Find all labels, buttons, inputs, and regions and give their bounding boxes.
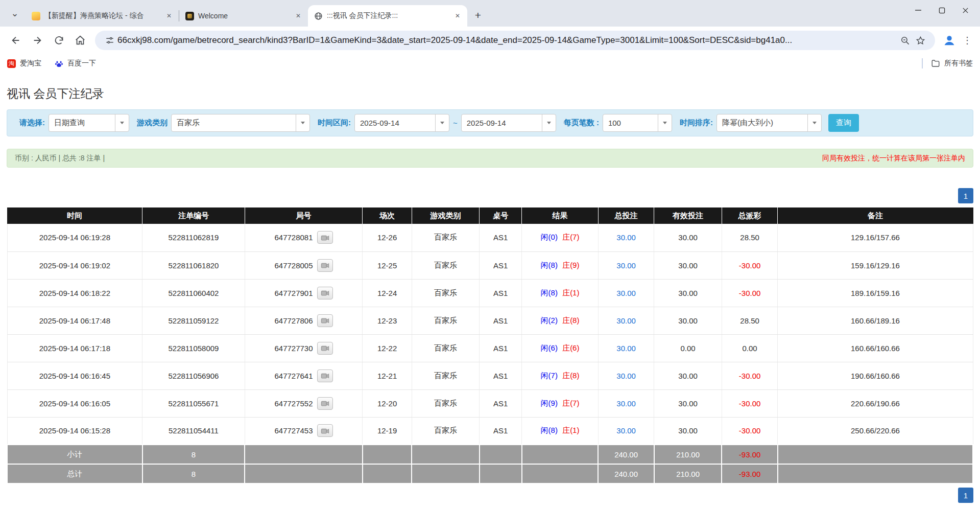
- video-replay-button[interactable]: [317, 231, 333, 244]
- profile-avatar[interactable]: [941, 32, 958, 49]
- total-valid-bet: 210.00: [654, 464, 722, 483]
- forward-button[interactable]: [28, 31, 46, 50]
- pagination-page-1-bottom[interactable]: 1: [958, 488, 973, 503]
- bet-id: 522811054411: [142, 417, 245, 445]
- col-session: 场次: [363, 207, 412, 224]
- omnibox[interactable]: 66cxkj98.com/game/betrecord_search/kind3…: [95, 31, 935, 50]
- back-button[interactable]: [7, 31, 25, 50]
- player-result: 闲(8): [541, 426, 558, 434]
- site-settings-icon[interactable]: [102, 33, 117, 48]
- game-kind-select[interactable]: 百家乐: [171, 114, 310, 132]
- video-replay-button[interactable]: [317, 287, 333, 299]
- round-id-cell: 647727806: [245, 307, 363, 334]
- bet-time: 2025-09-14 06:19:28: [7, 224, 142, 251]
- maximize-button[interactable]: [930, 0, 953, 20]
- home-button[interactable]: [71, 31, 89, 50]
- total-bet-cell: 30.00: [598, 362, 654, 389]
- tab-forum[interactable]: 【新提醒】海燕策略论坛 - 综合 ✕: [26, 5, 179, 27]
- chevron-down-icon: [542, 114, 556, 131]
- total-bet-link[interactable]: 30.00: [616, 261, 636, 270]
- table-no: AS1: [480, 307, 522, 334]
- note: 160.66/189.16: [778, 307, 973, 334]
- video-replay-button[interactable]: [317, 342, 333, 355]
- total-bet-link[interactable]: 30.00: [616, 426, 636, 435]
- tab-search-button[interactable]: ⌄: [6, 5, 23, 22]
- payout: -30.00: [722, 251, 778, 279]
- payout: 28.50: [722, 224, 778, 251]
- all-bookmarks-button[interactable]: 所有书签: [931, 59, 973, 68]
- round-id: 647727730: [274, 344, 313, 353]
- subtotal-total-bet: 240.00: [598, 445, 654, 464]
- date-start-select[interactable]: 2025-09-14: [354, 114, 449, 132]
- table-no: AS1: [480, 389, 522, 417]
- total-total-bet: 240.00: [598, 464, 654, 483]
- minimize-button[interactable]: [906, 0, 930, 20]
- subtotal-count: 8: [142, 445, 245, 464]
- valid-bet: 30.00: [654, 279, 722, 307]
- table-row: 2025-09-14 06:19:28 522811062819 6477280…: [7, 224, 973, 251]
- query-button[interactable]: 查询: [828, 114, 859, 132]
- close-icon[interactable]: ✕: [164, 11, 174, 20]
- session-no: 12-20: [363, 389, 412, 417]
- menu-dots-icon[interactable]: ⋮: [960, 33, 975, 48]
- new-tab-button[interactable]: +: [470, 8, 486, 23]
- window-close-button[interactable]: [953, 0, 977, 20]
- banker-result: 庄(7): [562, 399, 579, 407]
- round-id-cell: 647727730: [245, 334, 363, 362]
- page-size-select[interactable]: 100: [603, 114, 672, 132]
- bookmark-taobao[interactable]: 淘 爱淘宝: [7, 59, 41, 68]
- bookmark-star-icon[interactable]: [913, 33, 928, 48]
- bookmark-baidu[interactable]: 百度一下: [55, 59, 96, 68]
- summary-bar: 币别 : 人民币 | 总共 :8 注单 | 同局有效投注，统一计算在该局第一张注…: [7, 149, 973, 168]
- payout: 0.00: [722, 334, 778, 362]
- player-result: 闲(2): [541, 316, 558, 325]
- round-id: 647728081: [274, 233, 313, 242]
- bet-time: 2025-09-14 06:16:45: [7, 362, 142, 389]
- total-bet-link[interactable]: 30.00: [616, 289, 636, 297]
- game-kind: 百家乐: [412, 251, 479, 279]
- tab-welcome[interactable]: Welcome ✕: [179, 5, 308, 27]
- col-result: 结果: [522, 207, 598, 224]
- video-replay-button[interactable]: [317, 424, 333, 437]
- close-icon[interactable]: ✕: [294, 11, 303, 20]
- total-payout: -93.00: [722, 464, 778, 483]
- valid-bet: 30.00: [654, 362, 722, 389]
- url-input[interactable]: 66cxkj98.com/game/betrecord_search/kind3…: [117, 35, 897, 45]
- total-bet-link[interactable]: 30.00: [616, 344, 636, 353]
- subtotal-label: 小计: [7, 445, 142, 464]
- note: 160.66/160.66: [778, 334, 973, 362]
- valid-bet: 30.00: [654, 224, 722, 251]
- subtotal-valid-bet: 210.00: [654, 445, 722, 464]
- browser-window: ⌄ 【新提醒】海燕策略论坛 - 综合 ✕ Welcome ✕ :::视讯 会员下…: [0, 0, 980, 73]
- sort-order-label: 时间排序:: [680, 118, 713, 128]
- session-no: 12-26: [363, 224, 412, 251]
- game-kind: 百家乐: [412, 389, 479, 417]
- total-bet-link[interactable]: 30.00: [616, 372, 636, 380]
- session-no: 12-22: [363, 334, 412, 362]
- tab-bet-records[interactable]: :::视讯 会员下注纪录::: ✕: [308, 5, 467, 27]
- date-end-select[interactable]: 2025-09-14: [461, 114, 556, 132]
- pagination-page-1[interactable]: 1: [958, 188, 973, 203]
- payout: -30.00: [722, 279, 778, 307]
- sort-order-select[interactable]: 降幂(由大到小): [716, 114, 822, 132]
- total-bet-cell: 30.00: [598, 307, 654, 334]
- total-bet-link[interactable]: 30.00: [616, 399, 636, 408]
- zoom-icon[interactable]: [897, 33, 913, 48]
- col-table-no: 桌号: [480, 207, 522, 224]
- col-payout: 总派彩: [722, 207, 778, 224]
- game-kind: 百家乐: [412, 279, 479, 307]
- valid-bet: 30.00: [654, 307, 722, 334]
- session-no: 12-25: [363, 251, 412, 279]
- video-replay-button[interactable]: [317, 370, 333, 382]
- total-bet-link[interactable]: 30.00: [616, 316, 636, 325]
- total-bet-link[interactable]: 30.00: [616, 233, 636, 242]
- globe-icon: [314, 12, 323, 20]
- table-body: 2025-09-14 06:19:28 522811062819 6477280…: [7, 224, 973, 445]
- date-range-label: 时间区间:: [318, 118, 351, 128]
- video-replay-button[interactable]: [317, 397, 333, 410]
- date-mode-select[interactable]: 日期查询: [49, 114, 129, 132]
- close-icon[interactable]: ✕: [453, 11, 462, 20]
- video-replay-button[interactable]: [317, 259, 333, 272]
- reload-button[interactable]: [50, 31, 68, 50]
- video-replay-button[interactable]: [317, 314, 333, 327]
